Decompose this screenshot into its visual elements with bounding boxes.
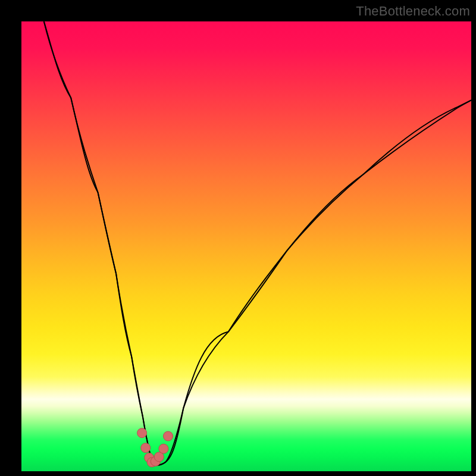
chart-frame: TheBottleneck.com — [0, 0, 476, 476]
curve-path — [44, 21, 471, 465]
bottleneck-curve — [21, 21, 471, 471]
marker-dot — [164, 431, 173, 441]
marker-dot — [137, 428, 147, 438]
plot-area — [21, 21, 471, 471]
highlight-markers — [137, 428, 173, 467]
watermark-text: TheBottleneck.com — [356, 4, 470, 19]
marker-dot — [159, 444, 168, 453]
curve-path-main — [44, 21, 471, 465]
marker-dot — [141, 443, 151, 453]
